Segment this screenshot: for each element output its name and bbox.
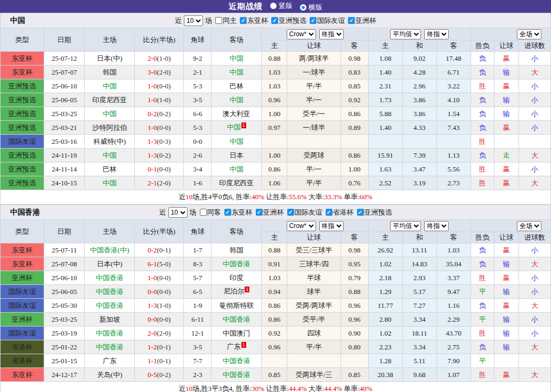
cell-competition: 东亚杯 (1, 52, 44, 66)
cell-result: 负 (471, 149, 494, 162)
column-subheader: 进球数 (518, 232, 550, 243)
competition-checkbox[interactable]: ✓ (357, 209, 364, 216)
section-0: 中国近10场同主✓东亚杯✓亚洲预选✓国际友谊✓亚洲杯类型日期主场比分(半场)角球… (0, 13, 551, 205)
cell-odds-home (262, 135, 287, 149)
competition-checkbox[interactable]: ✓ (271, 17, 278, 24)
layout-radio-1[interactable]: 横版 (300, 3, 322, 12)
team-name: 中国 (103, 110, 117, 118)
match-row: 亚洲杯25-03-25新加坡0-0(0-0)6-11中国香港0.86受平/半0.… (1, 313, 551, 326)
cell-home-team: 中国 (85, 79, 135, 93)
cell-handicap-line: 受平/半 (287, 313, 341, 326)
bookmaker-select[interactable]: Crow* (287, 221, 316, 231)
recent-count-select[interactable]: 10 (168, 207, 188, 218)
cell-odds-away: 0.92 (341, 93, 368, 107)
competition-checkbox[interactable]: ✓ (326, 209, 333, 216)
cell-odds-home: 1.03 (262, 271, 287, 285)
fulltime-score: 1-0 (148, 124, 157, 132)
team-name: 中国香港 (96, 343, 124, 351)
cell-goals-result: 小 (518, 285, 550, 299)
bookmaker-select[interactable]: Crow* (287, 29, 316, 39)
average-select[interactable]: 终指 (424, 221, 449, 231)
competition-checkbox[interactable]: ✓ (256, 209, 263, 216)
section-header: 中国香港近10场同客✓东亚杯✓亚洲杯✓国际友谊✓省港杯✓亚洲预选 (0, 205, 551, 219)
competition-checkbox[interactable]: ✓ (240, 17, 247, 24)
average-select[interactable]: 终指 (424, 29, 449, 39)
competition-checkbox[interactable]: ✓ (348, 17, 355, 24)
cell-competition: 东亚杯 (1, 243, 44, 257)
cell-odds-away: 0.98 (341, 52, 368, 66)
cell-away-team: 印度尼西亚 (212, 176, 262, 190)
period-select[interactable]: 全场 (517, 29, 541, 39)
column-subheader: 让球 (287, 40, 341, 52)
competition-checkbox[interactable]: ✓ (224, 209, 231, 216)
cell-odds-home: 0.88 (262, 243, 287, 257)
cell-away-team: 中国 (212, 66, 262, 79)
cell-avg-away: 2.75 (436, 340, 471, 354)
cell-handicap-result: 赢 (494, 121, 518, 135)
cell-avg-draw: 3.34 (402, 313, 436, 326)
layout-radio-0[interactable]: 竖版 (270, 1, 293, 11)
match-row: 省港杯25-01-15广东1-1(0-1)7-7中国香港1.285.117.90… (1, 354, 551, 368)
recent-count-select[interactable]: 10 (184, 15, 203, 26)
match-row: 亚洲预选25-06-10中国1-0(0-0)5-3巴林1.03平/半0.852.… (1, 79, 551, 93)
header-dropdown-group: 平均值终指 (368, 28, 471, 40)
match-row: 东亚杯25-07-08日本(中)6-1(5-0)8-3中国香港0.91三球半/四… (1, 257, 551, 271)
team-name: 科威特(中) (93, 137, 126, 145)
cell-home-team: 中国香港 (85, 299, 135, 313)
summary-segment: 大率: (307, 385, 325, 392)
cell-goals-result: 小 (518, 313, 550, 326)
bookmaker-select[interactable]: 终指 (319, 29, 344, 39)
column-header: 日期 (44, 28, 85, 52)
same-venue-checkbox[interactable] (200, 209, 207, 216)
competition-checkbox[interactable]: ✓ (310, 17, 317, 24)
cell-handicap-result: 输 (494, 285, 518, 299)
same-venue-label: 同客 (207, 208, 221, 217)
cell-competition: 亚洲预选 (1, 176, 44, 190)
cell-avg-home: 5.88 (368, 107, 402, 121)
team-name: 关岛(中) (97, 371, 123, 379)
column-subheader: 客 (436, 40, 471, 52)
cell-goals-result: 小 (518, 243, 550, 257)
cell-handicap-result: 走 (494, 149, 518, 162)
cell-avg-away: 43.70 (436, 326, 471, 340)
cell-handicap-line: 半球 (287, 271, 341, 285)
competition-checkbox[interactable]: ✓ (287, 209, 294, 216)
bookmaker-select[interactable]: 终指 (319, 221, 344, 231)
team-name: 印度尼西亚 (92, 96, 127, 104)
cell-handicap-line: 受两/两球半 (287, 299, 341, 313)
fulltime-score: 2-1 (148, 179, 157, 187)
cell-handicap-line: 球半 (287, 285, 341, 299)
cell-odds-away (341, 135, 368, 149)
cell-odds-home: 0.96 (262, 340, 287, 354)
cell-avg-away: 4.10 (436, 93, 471, 107)
column-header: 客场 (212, 220, 262, 243)
cell-corners: 7-7 (184, 354, 212, 368)
cell-result: 胜 (471, 162, 494, 176)
same-venue-checkbox[interactable] (215, 17, 222, 24)
cell-date: 25-03-25 (44, 107, 85, 121)
page: 近期战绩 竖版横版 中国近10场同主✓东亚杯✓亚洲预选✓国际友谊✓亚洲杯类型日期… (0, 0, 551, 392)
average-select[interactable]: 平均值 (390, 221, 421, 231)
halftime-score: (0-2) (157, 371, 171, 379)
cell-score: 0-0(0-0) (135, 313, 184, 326)
cell-corners: 6-11 (184, 313, 212, 326)
cell-avg-home: 2.52 (368, 176, 402, 190)
cell-odds-away: 0.80 (341, 340, 368, 354)
cell-handicap-line: 四球 (287, 326, 341, 340)
summary-segment: 近 (179, 385, 185, 392)
filter-controls: 近10场同客✓东亚杯✓亚洲杯✓国际友谊✓省港杯✓亚洲预选 (159, 207, 392, 218)
average-select[interactable]: 平均值 (390, 29, 421, 39)
cell-date: 25-07-07 (44, 66, 85, 79)
cell-handicap-result: 赢 (494, 299, 518, 313)
summary-segment: 让胜率: (264, 193, 289, 201)
period-select[interactable]: 全场 (517, 221, 541, 231)
cell-odds-away: 0.83 (341, 66, 368, 79)
cell-odds-home: 1.03 (262, 79, 287, 93)
cell-goals-result: 小 (518, 52, 550, 66)
near-label: 近 (159, 208, 166, 217)
halftime-score: (2-0) (157, 329, 171, 337)
cell-score: 0-1(0-0) (135, 162, 184, 176)
cell-odds-away: 0.96 (341, 299, 368, 313)
halftime-score: (0-1) (157, 343, 171, 351)
cell-odds-home: 0.86 (262, 299, 287, 313)
